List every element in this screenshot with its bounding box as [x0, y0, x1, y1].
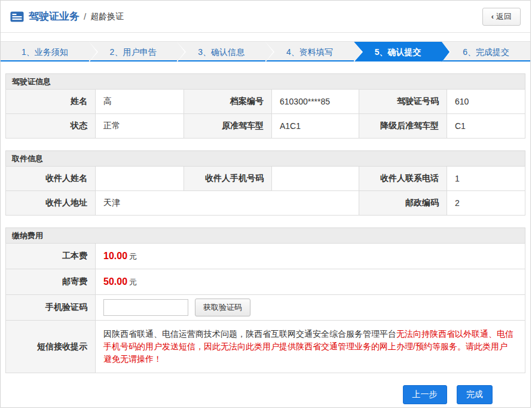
field-label-original-class: 原准驾车型 — [184, 114, 272, 139]
page-subtitle: 超龄换证 — [90, 11, 124, 22]
field-value-downgraded-class: C1 — [447, 114, 525, 139]
field-label-recipient-address: 收件人地址 — [6, 191, 96, 216]
pickup-info-table: 收件人姓名 收件人手机号码 收件人联系电话 1 收件人地址 天津 邮政编码 2 — [5, 166, 525, 216]
section-pickup-info: 取件信息 收件人姓名 收件人手机号码 收件人联系电话 1 收件人地址 天津 邮政… — [5, 150, 525, 216]
field-label-postage-fee: 邮寄费 — [6, 269, 96, 295]
content: 驾驶证信息 姓名 高 档案编号 610300****85 驾驶证号码 610 状… — [1, 73, 530, 404]
table-row: 姓名 高 档案编号 610300****85 驾驶证号码 610 — [6, 90, 525, 114]
field-label-recipient-mobile: 收件人手机号码 — [184, 167, 272, 191]
step-tab-1: 1、业务须知 — [1, 42, 89, 60]
table-row: 工本费 10.00元 — [6, 244, 525, 269]
field-value-recipient-address: 天津 — [96, 191, 359, 216]
sms-code-input[interactable] — [103, 299, 188, 316]
field-label-name: 姓名 — [6, 90, 96, 114]
field-value-recipient-mobile — [272, 167, 359, 191]
fees-table: 工本费 10.00元 邮寄费 50.00元 手机验证码 获取验证码 — [5, 243, 525, 373]
field-label-postal-code: 邮政编码 — [359, 191, 447, 216]
section-title-fees: 缴纳费用 — [5, 227, 525, 244]
field-label-sms-tip: 短信接收提示 — [6, 321, 96, 373]
section-fees: 缴纳费用 工本费 10.00元 邮寄费 50.00元 手机验证码 — [5, 227, 525, 373]
postage-fee-amount: 50.00 — [103, 276, 127, 287]
field-label-license-number: 驾驶证号码 — [359, 90, 447, 114]
field-label-downgraded-class: 降级后准驾车型 — [359, 114, 447, 139]
get-sms-code-button[interactable]: 获取验证码 — [195, 299, 250, 316]
step-tab-6: 6、完成提交 — [442, 42, 530, 60]
title-divider: / — [84, 11, 86, 21]
step-tab-3: 3、确认信息 — [177, 42, 265, 60]
field-value-recipient-name — [96, 167, 184, 191]
field-label-sms-code: 手机验证码 — [6, 295, 96, 321]
field-label-recipient-name: 收件人姓名 — [6, 167, 96, 191]
cost-fee-amount: 10.00 — [103, 251, 127, 261]
section-license-info: 驾驶证信息 姓名 高 档案编号 610300****85 驾驶证号码 610 状… — [5, 73, 525, 139]
field-value-cost-fee: 10.00元 — [96, 244, 525, 269]
step-tab-2: 2、用户申告 — [89, 42, 178, 60]
table-row: 手机验证码 获取验证码 — [6, 295, 525, 321]
postage-fee-unit: 元 — [129, 278, 137, 287]
footer-actions: 上一步 完成 — [5, 373, 525, 404]
cost-fee-unit: 元 — [129, 252, 137, 261]
previous-step-button[interactable]: 上一步 — [403, 385, 447, 404]
field-value-recipient-phone: 1 — [447, 167, 525, 191]
table-row: 状态 正常 原准驾车型 A1C1 降级后准驾车型 C1 — [6, 114, 525, 139]
page-title: 驾驶证业务 — [29, 10, 80, 23]
license-info-table: 姓名 高 档案编号 610300****85 驾驶证号码 610 状态 正常 原… — [5, 89, 525, 139]
back-button-label: 返回 — [496, 12, 512, 21]
table-row: 短信接收提示 因陕西省联通、电信运营商技术问题，陕西省互联网交通安全综合服务管理… — [6, 321, 525, 373]
sms-tip-dark-part: 因陕西省联通、电信运营商技术问题，陕西省互联网交通安全综合服务管理平台 — [103, 329, 396, 339]
page: 驾驶证业务 / 超龄换证 ‹返回 1、业务须知 2、用户申告 3、确认信息 4、… — [0, 0, 531, 408]
field-value-postal-code: 2 — [447, 191, 525, 216]
field-value-status: 正常 — [96, 114, 184, 139]
field-value-license-number: 610 — [447, 90, 525, 114]
back-button[interactable]: ‹返回 — [482, 8, 521, 26]
step-tab-4: 4、资料填写 — [265, 42, 354, 60]
field-value-file-number: 610300****85 — [272, 90, 359, 114]
sms-code-cell: 获取验证码 — [96, 295, 525, 321]
step-tab-5-active: 5、确认提交 — [354, 42, 442, 60]
table-row: 邮寄费 50.00元 — [6, 269, 525, 295]
chevron-left-icon: ‹ — [491, 12, 494, 21]
field-value-postage-fee: 50.00元 — [96, 269, 525, 295]
field-value-original-class: A1C1 — [272, 114, 359, 139]
field-label-recipient-phone: 收件人联系电话 — [359, 167, 447, 191]
field-label-file-number: 档案编号 — [184, 90, 272, 114]
section-title-pickup: 取件信息 — [5, 150, 525, 167]
license-card-icon — [10, 11, 24, 22]
header: 驾驶证业务 / 超龄换证 ‹返回 — [1, 1, 530, 33]
table-row: 收件人地址 天津 邮政编码 2 — [6, 191, 525, 216]
finish-button[interactable]: 完成 — [457, 385, 493, 404]
field-label-cost-fee: 工本费 — [6, 244, 96, 269]
sms-tip-text: 因陕西省联通、电信运营商技术问题，陕西省互联网交通安全综合服务管理平台无法向持陕… — [96, 321, 525, 373]
section-title-license: 驾驶证信息 — [5, 73, 525, 90]
field-value-name: 高 — [96, 90, 184, 114]
table-row: 收件人姓名 收件人手机号码 收件人联系电话 1 — [6, 167, 525, 191]
field-label-status: 状态 — [6, 114, 96, 139]
step-progress-bar: 1、业务须知 2、用户申告 3、确认信息 4、资料填写 5、确认提交 6、完成提… — [1, 41, 530, 61]
